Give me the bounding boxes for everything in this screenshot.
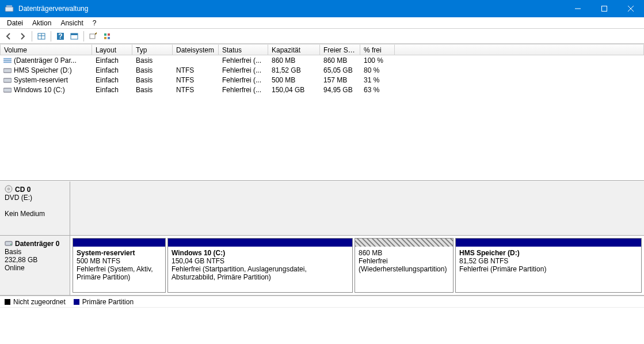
close-button[interactable] [618,0,644,17]
disk0-header: Datenträger 0 [15,240,59,248]
volume-status: Fehlerfrei (... [219,56,268,65]
toolbar-separator [32,31,32,41]
volume-fs: NTFS [173,76,219,84]
volume-row[interactable]: HMS Speicher (D:)EinfachBasisNTFSFehlerf… [0,65,644,75]
partition[interactable]: 860 MBFehlerfrei (Wiederherstellungspart… [355,238,454,293]
svg-point-21 [10,244,12,245]
volume-columns: Volume Layout Typ Dateisystem Status Kap… [0,44,644,55]
view-graphical-button[interactable] [68,30,81,43]
col-layout[interactable]: Layout [92,44,132,55]
svg-point-19 [8,188,10,190]
svg-rect-12 [104,37,106,39]
svg-rect-13 [108,37,110,39]
volume-name: Windows 10 (C:) [14,86,65,94]
partition-size: 150,04 GB NTFS [172,257,224,265]
volume-row[interactable]: System-reserviertEinfachBasisNTFSFehlerf… [0,75,644,85]
back-button[interactable] [2,30,15,43]
menu-action[interactable]: Aktion [28,18,56,28]
volume-name: HMS Speicher (D:) [14,66,72,74]
volume-icon [3,86,12,92]
svg-rect-17 [3,88,12,92]
partition[interactable]: HMS Speicher (D:)81,52 GB NTFSFehlerfrei… [455,238,642,293]
volume-pct: 63 % [360,86,395,94]
menu-file[interactable]: Datei [2,18,28,28]
volume-name: (Datenträger 0 Par... [14,56,77,65]
maximize-button[interactable] [591,0,618,17]
disk-label-disk0: Datenträger 0 Basis 232,88 GB Online [0,236,70,295]
toolbar-separator [51,31,51,41]
volume-pct: 31 % [360,76,395,84]
col-fs[interactable]: Dateisystem [173,44,219,55]
col-capacity[interactable]: Kapazität [268,44,320,55]
volume-row[interactable]: (Datenträger 0 Par...EinfachBasisFehlerf… [0,55,644,65]
partition[interactable]: Windows 10 (C:)150,04 GB NTFSFehlerfrei … [167,238,353,293]
svg-rect-8 [71,33,78,35]
svg-rect-15 [3,69,12,73]
legend-bar: Nicht zugeordnet Primäre Partition [0,296,644,307]
volume-icon [3,77,12,82]
svg-rect-11 [108,33,110,36]
partition-status: Fehlerfrei (Startpartition, Auslagerungs… [172,265,307,281]
volume-pct: 80 % [360,66,395,74]
cd-icon [5,185,13,193]
legend-unallocated: Nicht zugeordnet [5,298,66,306]
volume-layout: Einfach [92,66,132,74]
col-volume[interactable]: Volume [0,44,92,55]
minimize-button[interactable] [565,0,591,17]
svg-rect-16 [3,78,12,82]
svg-rect-9 [90,34,95,39]
disk-mgmt-icon [5,4,14,13]
partition-title: HMS Speicher (D:) [459,249,520,257]
volume-layout: Einfach [92,56,132,65]
window-bottom-border [0,307,644,321]
col-spacer [395,44,644,55]
partition-stripe [355,239,453,247]
volume-fs: NTFS [173,86,219,94]
partition-status: Fehlerfrei (System, Aktiv, Primäre Parti… [77,265,153,281]
volume-icon [3,57,12,63]
col-free[interactable]: Freier Sp... [320,44,360,55]
disk0-type: Basis [5,248,21,256]
menubar: Datei Aktion Ansicht ? [0,17,644,29]
partition-title: System-reserviert [77,249,135,257]
partition[interactable]: System-reserviert500 MB NTFSFehlerfrei (… [73,238,166,293]
disk0-state: Online [5,264,25,272]
help-button[interactable]: ? [54,30,67,43]
volume-row[interactable]: Windows 10 (C:)EinfachBasisNTFSFehlerfre… [0,85,644,94]
disk-row-disk0[interactable]: Datenträger 0 Basis 232,88 GB Online Sys… [0,236,644,296]
svg-rect-3 [602,6,607,12]
legend-primary: Primäre Partition [74,298,134,306]
volume-status: Fehlerfrei (... [219,66,268,74]
volume-capacity: 150,04 GB [268,86,320,94]
menu-view[interactable]: Ansicht [56,18,87,28]
cd-empty-area [70,182,644,235]
volume-free: 65,05 GB [320,66,360,74]
forward-button[interactable] [16,30,29,43]
properties-button[interactable] [87,30,100,43]
volume-free: 94,95 GB [320,86,360,94]
volume-list[interactable]: (Datenträger 0 Par...EinfachBasisFehlerf… [0,55,644,181]
menu-help[interactable]: ? [88,18,101,28]
partition-stripe [168,239,352,247]
partition-stripe [73,239,165,247]
disk-graphical-view: CD 0 DVD (E:) Kein Medium Datenträger 0 … [0,181,644,296]
volume-type: Basis [132,76,173,84]
titlebar: Datenträgerverwaltung [0,0,644,17]
volume-status: Fehlerfrei (... [219,76,268,84]
disk-row-cd0[interactable]: CD 0 DVD (E:) Kein Medium [0,182,644,236]
partition-size: 81,52 GB NTFS [459,257,508,265]
refresh-button[interactable] [101,30,113,43]
col-pct[interactable]: % frei [360,44,395,55]
svg-rect-10 [104,33,106,36]
volume-layout: Einfach [92,86,132,94]
col-type[interactable]: Typ [132,44,173,55]
partition-status: Fehlerfrei (Primäre Partition) [459,265,546,273]
hdd-icon [5,239,13,247]
disk-label-cd0: CD 0 DVD (E:) Kein Medium [0,182,70,235]
view-list-button[interactable] [35,30,48,43]
col-status[interactable]: Status [219,44,268,55]
volume-type: Basis [132,66,173,74]
toolbar-separator [83,31,84,41]
volume-capacity: 860 MB [268,56,320,65]
volume-type: Basis [132,86,173,94]
